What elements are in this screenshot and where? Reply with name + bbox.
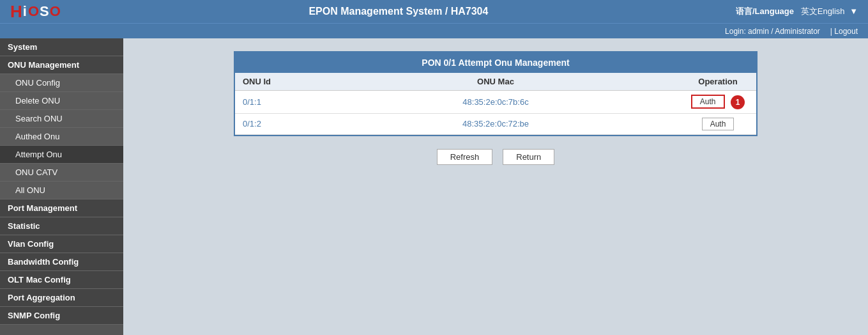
sidebar-item-delete-onu[interactable]: Delete ONU	[0, 92, 123, 110]
auth-button-row1[interactable]: Auth	[691, 95, 725, 109]
logo: HiOSO	[10, 2, 61, 22]
sidebar-item-attempt-onu[interactable]: Attempt Onu	[0, 146, 123, 164]
header-top: HiOSO EPON Management System / HA7304 语言…	[0, 0, 868, 23]
refresh-button[interactable]: Refresh	[437, 149, 493, 165]
sidebar-item-olt-mac-config[interactable]: OLT Mac Config	[0, 271, 123, 289]
return-button[interactable]: Return	[503, 149, 554, 165]
onu-id-cell: 0/1:2	[235, 113, 312, 134]
sidebar-item-authed-onu[interactable]: Authed Onu	[0, 128, 123, 146]
sidebar-item-port-management[interactable]: Port Management	[0, 199, 123, 217]
sidebar-item-search-onu[interactable]: Search ONU	[0, 110, 123, 128]
sidebar-item-system[interactable]: System	[0, 38, 123, 56]
onu-id-cell: 0/1:1	[235, 91, 312, 114]
lang-value: 英文English	[801, 6, 845, 16]
sidebar: System ONU Management ONU Config Delete …	[0, 38, 123, 335]
sidebar-item-port-aggregation[interactable]: Port Aggregation	[0, 289, 123, 307]
lang-dropdown-icon[interactable]: ▼	[849, 6, 858, 16]
table-title: PON 0/1 Attempt Onu Management	[235, 52, 756, 73]
table-row: 0/1:2 48:35:2e:0c:72:be Auth	[235, 113, 756, 134]
auth-button-row2[interactable]: Auth	[702, 118, 735, 130]
header-title: EPON Management System / HA7304	[308, 6, 488, 17]
sidebar-item-onu-config[interactable]: ONU Config	[0, 74, 123, 92]
main-layout: System ONU Management ONU Config Delete …	[0, 38, 868, 335]
onu-mac-cell: 48:35:2e:0c:72:be	[312, 113, 680, 134]
sidebar-item-all-onu[interactable]: All ONU	[0, 182, 123, 199]
sidebar-item-statistic[interactable]: Statistic	[0, 217, 123, 235]
content-area: PON 0/1 Attempt Onu Management ONU Id ON…	[123, 38, 868, 335]
badge-1: 1	[731, 95, 745, 109]
onu-mac-cell: 48:35:2e:0c:7b:6c	[312, 91, 680, 114]
col-onu-mac: ONU Mac	[312, 73, 680, 91]
col-operation: Operation	[680, 73, 756, 91]
col-onu-id: ONU Id	[235, 73, 312, 91]
pon-table-container: PON 0/1 Attempt Onu Management ONU Id ON…	[234, 51, 758, 136]
lang-label: 语言/Language	[736, 6, 794, 16]
sidebar-item-onu-catv[interactable]: ONU CATV	[0, 164, 123, 182]
login-info: Login: admin / Administrator	[725, 27, 820, 36]
onu-op-cell: Auth 1	[680, 91, 756, 114]
onu-op-cell: Auth	[680, 113, 756, 134]
sidebar-item-snmp-config[interactable]: SNMP Config	[0, 307, 123, 325]
header-bottom: Login: admin / Administrator | Logout	[0, 23, 868, 38]
logout-link[interactable]: | Logout	[830, 27, 858, 36]
onu-table: ONU Id ONU Mac Operation 0/1:1 48:35:2e:…	[235, 73, 756, 135]
action-buttons: Refresh Return	[136, 149, 855, 165]
sidebar-item-onu-management[interactable]: ONU Management	[0, 56, 123, 74]
table-row: 0/1:1 48:35:2e:0c:7b:6c Auth 1	[235, 91, 756, 114]
sidebar-item-vlan-config[interactable]: Vlan Config	[0, 235, 123, 253]
sidebar-item-bandwidth-config[interactable]: Bandwidth Config	[0, 253, 123, 271]
header-lang[interactable]: 语言/Language 英文English ▼	[736, 6, 858, 17]
